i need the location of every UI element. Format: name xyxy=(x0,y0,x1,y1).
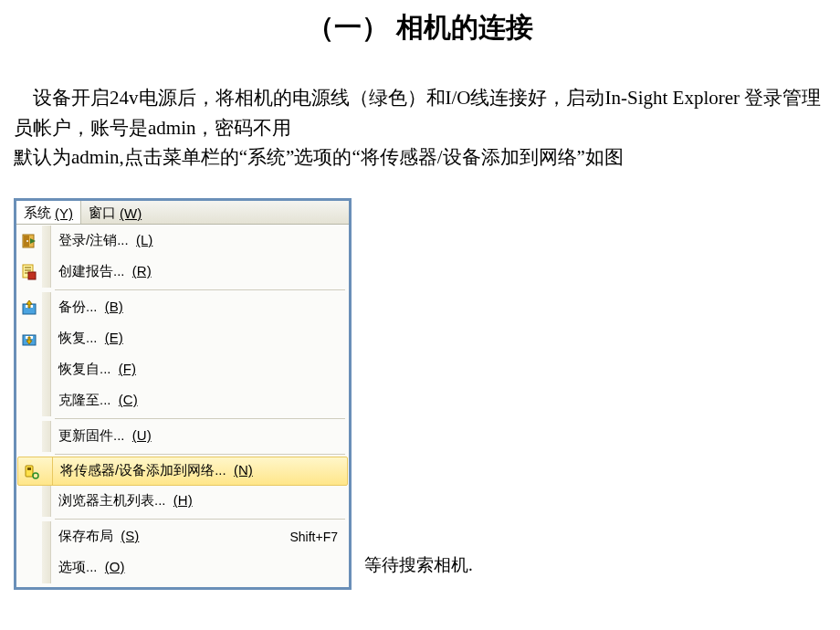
menu-report-accel: (R) xyxy=(132,263,152,278)
menubar-window-label: 窗口 xyxy=(89,205,116,222)
menu-add-to-network-label: 将传感器/设备添加到网络... xyxy=(60,462,226,478)
menu-save-layout-shortcut: Shift+F7 xyxy=(289,530,338,544)
menu-update-firmware-label: 更新固件... xyxy=(58,427,125,443)
menubar-system-tab[interactable]: 系统 (Y) xyxy=(16,201,81,224)
document-title: （一） 相机的连接 xyxy=(14,9,826,47)
menu-restore-accel: (E) xyxy=(105,330,123,345)
paragraph-line-2: 默认为admin,点击菜单栏的“系统”选项的“将传感器/设备添加到网络”如图 xyxy=(14,146,624,168)
menu-browser-hosts[interactable]: 浏览器主机列表... (H) xyxy=(16,486,349,517)
menu-add-to-network-accel: (N) xyxy=(234,462,253,478)
menu-restore-from-label: 恢复自... xyxy=(58,361,111,376)
menu-login[interactable]: 登录/注销... (L) xyxy=(16,226,349,257)
system-dropdown: 登录/注销... (L) 创建报告... (R) xyxy=(16,225,349,587)
report-icon xyxy=(16,264,42,280)
sensor-icon xyxy=(18,463,44,479)
menu-separator xyxy=(55,454,345,455)
menu-separator xyxy=(55,519,345,520)
paragraph-line-1: 设备开启24v电源后，将相机的电源线（绿色）和I/O线连接好，启动In-Sigh… xyxy=(14,83,826,142)
menu-restore-from[interactable]: 恢复自... (F) xyxy=(16,354,349,385)
menu-restore-from-accel: (F) xyxy=(119,361,136,376)
instruction-paragraph: 设备开启24v电源后，将相机的电源线（绿色）和I/O线连接好，启动In-Sigh… xyxy=(14,83,826,173)
menu-save-layout-accel: (S) xyxy=(121,528,139,543)
menubar-system-label: 系统 xyxy=(24,205,51,222)
menu-options-label: 选项... xyxy=(58,559,98,574)
menubar-window-tab[interactable]: 窗口 (W) xyxy=(81,201,149,224)
menu-clone-to-accel: (C) xyxy=(119,392,138,407)
footer-text: 等待搜索相机. xyxy=(364,553,473,577)
menu-update-firmware[interactable]: 更新固件... (U) xyxy=(16,421,349,452)
menu-options-accel: (O) xyxy=(105,559,125,574)
menubar: 系统 (Y) 窗口 (W) xyxy=(16,201,349,225)
menu-backup-label: 备份... xyxy=(58,299,98,314)
menu-clone-to-label: 克隆至... xyxy=(58,392,111,407)
menu-options[interactable]: 选项... (O) xyxy=(16,552,349,583)
svg-rect-12 xyxy=(26,466,33,477)
svg-rect-7 xyxy=(28,272,36,279)
menu-report-label: 创建报告... xyxy=(58,263,125,278)
svg-point-2 xyxy=(26,240,28,242)
menu-add-to-network[interactable]: 将传感器/设备添加到网络... (N) xyxy=(17,457,348,486)
menu-login-label: 登录/注销... xyxy=(58,232,129,247)
menubar-window-accel: (W) xyxy=(120,205,142,221)
restore-icon xyxy=(16,331,42,347)
menu-screenshot: 系统 (Y) 窗口 (W) 登录/注销... (L) xyxy=(14,198,352,590)
menu-separator xyxy=(55,289,345,290)
menu-restore[interactable]: 恢复... (E) xyxy=(16,323,349,354)
svg-rect-13 xyxy=(27,467,31,470)
menu-separator xyxy=(55,418,345,419)
menu-update-firmware-accel: (U) xyxy=(132,427,152,443)
menu-backup[interactable]: 备份... (B) xyxy=(16,292,349,323)
menubar-system-accel: (Y) xyxy=(55,205,73,221)
menu-report[interactable]: 创建报告... (R) xyxy=(16,257,349,288)
menu-save-layout-label: 保存布局 xyxy=(58,528,113,543)
menu-login-accel: (L) xyxy=(136,232,152,247)
door-icon xyxy=(16,233,42,249)
svg-point-14 xyxy=(33,473,38,478)
menu-clone-to[interactable]: 克隆至... (C) xyxy=(16,385,349,416)
menu-browser-hosts-accel: (H) xyxy=(173,492,193,508)
backup-icon xyxy=(16,299,42,316)
menu-browser-hosts-label: 浏览器主机列表... xyxy=(58,492,166,508)
menu-restore-label: 恢复... xyxy=(58,330,98,345)
menu-backup-accel: (B) xyxy=(105,299,123,314)
menu-save-layout[interactable]: 保存布局 (S) Shift+F7 xyxy=(16,521,349,552)
